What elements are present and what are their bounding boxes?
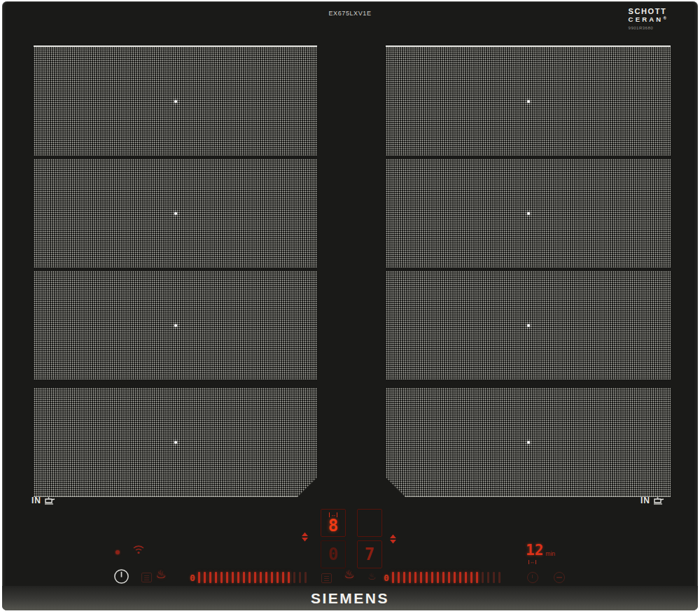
wiper-icon[interactable] [141,573,152,582]
cooking-zone-band [34,159,317,267]
power-level-digit: 7 [365,546,374,563]
in-label: IN [640,496,650,505]
flex-zone-left [34,46,317,497]
power-level-box[interactable]: 0 [321,540,346,568]
power-slider-right[interactable]: 0 [384,570,504,584]
zone-select-icon[interactable] [301,532,309,542]
schott-logo-line2: CERAN® [629,16,668,23]
timer-display[interactable]: 12 min [526,543,555,558]
slider-bar[interactable] [276,572,279,583]
pan-position-dot [527,212,530,215]
slider-bars[interactable] [198,572,310,583]
power-slider-left[interactable]: 0 [190,570,310,584]
pan-position-dot [527,441,530,444]
slider-bar[interactable] [293,572,295,583]
slider-bar[interactable] [254,572,256,583]
glass-code: 9901R3680 [629,26,668,30]
pan-position-dot [527,100,530,103]
slider-bar[interactable] [304,572,307,583]
slider-bar[interactable] [232,572,234,583]
power-level-digit: 8 [328,517,338,534]
timer-unit: min [545,550,555,557]
slider-bar[interactable] [498,572,500,583]
slider-bar[interactable] [470,572,472,583]
slider-bar[interactable] [204,572,206,583]
slider-bar[interactable] [437,572,439,583]
slider-bar[interactable] [448,572,450,583]
move-pan-icon [528,560,536,564]
slider-bar[interactable] [414,572,416,583]
slider-bar[interactable] [271,572,273,583]
cooking-zone-band [386,47,671,155]
cooking-zone-band [34,271,317,379]
flex-zone-right [386,46,671,497]
model-label: EX675LXV1E [2,10,698,17]
in-label: IN [31,496,41,505]
slider-bar[interactable] [215,572,217,583]
slider-bar[interactable] [442,572,444,583]
pan-steam-icon[interactable] [155,568,166,580]
cooktop-glass: EX675LXV1E SCHOTT CERAN® 9901R3680 IN IN [2,1,698,610]
slider-bar[interactable] [282,572,284,583]
pan-position-dot [174,441,177,444]
zone-display-right: 7 [357,509,381,572]
brand-logo: SIEMENS [311,590,389,607]
slider-bar[interactable] [476,572,478,583]
pan-position-dot [527,324,530,327]
induction-marker-left: IN [31,496,55,505]
slider-bar[interactable] [209,572,211,583]
slider-bar[interactable] [226,572,228,583]
schott-ceran-logo: SCHOTT CERAN® 9901R3680 [629,8,668,30]
power-level-box[interactable]: 8 [321,509,346,537]
pan-position-dot [174,324,177,327]
slider-bar[interactable] [265,572,267,583]
power-icon[interactable] [113,568,130,584]
slider-bar[interactable] [198,572,200,583]
key-icon[interactable] [554,572,565,583]
cooking-zone-band [34,388,317,497]
slider-bar[interactable] [482,572,484,583]
slider-bar[interactable] [403,572,405,583]
slider-bar[interactable] [426,572,428,583]
slider-bar[interactable] [454,572,456,583]
slider-bar[interactable] [431,572,433,583]
slider-bar[interactable] [260,572,262,583]
slider-bar[interactable] [487,572,489,583]
red-led-icon [115,550,120,554]
cooking-zone-band [34,47,317,155]
power-level-box[interactable] [357,509,382,537]
slider-bar[interactable] [409,572,411,583]
slider-bar[interactable] [243,572,245,583]
pause-icon[interactable] [321,573,332,583]
slider-bar[interactable] [459,572,461,583]
slider-bar[interactable] [237,572,239,583]
slider-bar[interactable] [299,572,301,583]
slider-bars[interactable] [392,572,504,583]
pan-position-dot [174,100,177,103]
cooking-zone-band [386,271,671,379]
slider-bar[interactable] [398,572,400,583]
power-level-box[interactable]: 7 [357,540,382,568]
power-level-digit: 0 [328,546,338,563]
slider-bar[interactable] [420,572,422,583]
induction-marker-right: IN [640,496,664,505]
zone-display-left: 8 0 [321,509,344,572]
cooking-zone-band [386,388,671,497]
slider-bar[interactable] [465,572,467,583]
clock-icon[interactable] [527,572,538,583]
slider-bar[interactable] [392,572,394,583]
slider-zero-label[interactable]: 0 [384,573,389,583]
pot-icon [45,497,55,505]
lock-icon[interactable] [368,570,377,582]
cooking-zone-band [386,159,671,267]
timer-value: 12 [526,543,543,558]
zone-select-icon[interactable] [389,534,397,544]
slider-bar[interactable] [220,572,223,583]
pan-position-dot [174,212,177,215]
slider-bar[interactable] [288,572,290,583]
slider-bar[interactable] [493,572,495,583]
slider-bar[interactable] [248,572,251,583]
slider-zero-label[interactable]: 0 [190,573,195,583]
pan-steam-icon[interactable] [344,568,354,580]
pot-icon [654,497,664,505]
